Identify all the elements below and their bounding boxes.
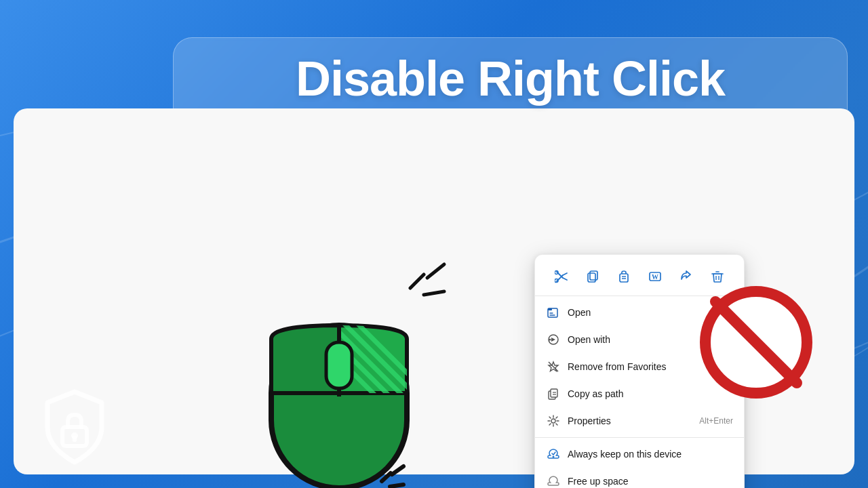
svg-rect-18 [620,274,628,282]
properties-shortcut: Alt+Enter [699,416,733,426]
menu-divider-1 [535,437,744,438]
open-with-icon [546,332,561,347]
svg-rect-43 [73,436,77,442]
svg-point-35 [553,456,555,458]
open-label: Open [568,307,708,318]
properties-label: Properties [568,415,694,426]
svg-text:W: W [652,273,658,281]
svg-line-10 [392,466,403,474]
paste-icon[interactable] [612,264,636,289]
svg-line-9 [390,485,403,487]
free-up-label: Free up space [568,476,733,487]
inner-card: W [14,108,854,474]
copy-icon[interactable] [580,264,605,289]
svg-line-13 [427,264,444,278]
svg-point-28 [549,339,551,341]
svg-rect-31 [551,389,557,397]
svg-line-12 [424,291,444,295]
share-icon[interactable] [674,264,698,289]
copy-path-icon [546,386,561,401]
remove-favorites-icon [546,359,561,374]
menu-item-always-keep[interactable]: Always keep on this device [535,441,744,468]
open-icon [546,305,561,320]
menu-item-properties[interactable]: Properties Alt+Enter [535,407,744,434]
mouse-svg [258,271,420,488]
free-up-icon [546,474,561,488]
properties-icon [546,413,561,428]
rename-icon[interactable]: W [643,264,667,289]
page-title: Disable Right Click [173,51,848,106]
svg-rect-7 [326,342,352,388]
ban-circle [698,285,814,400]
svg-point-14 [555,271,558,274]
always-keep-label: Always keep on this device [568,449,733,460]
always-keep-icon [546,447,561,462]
svg-point-34 [551,419,555,423]
svg-line-11 [410,274,424,288]
shield-lock-icon [34,386,115,468]
cut-icon[interactable] [549,264,574,289]
svg-rect-17 [590,271,597,280]
svg-rect-26 [548,308,552,310]
click-lines [403,258,458,298]
menu-item-free-up[interactable]: Free up space [535,468,744,488]
svg-point-15 [555,279,558,283]
